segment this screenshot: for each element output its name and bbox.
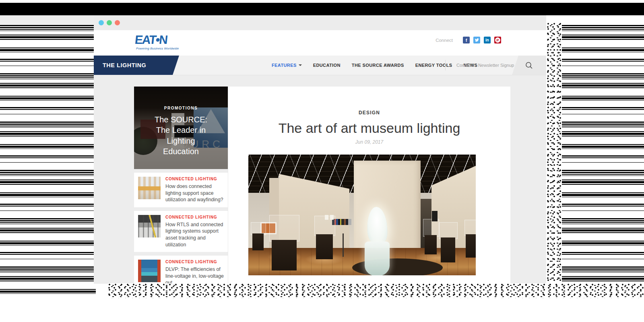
sidebar-article-title: How RTLS and connected lighting systems … <box>165 221 224 248</box>
primary-nav: FEATURES EDUCATION THE SOURCE AWARDS ENE… <box>272 56 477 75</box>
article-hero-image <box>248 155 476 275</box>
window-control-2[interactable] <box>107 20 112 25</box>
glitch-speckles-right <box>547 23 562 298</box>
glitch-top-bar <box>0 3 644 15</box>
sidebar-thumb-warehouse <box>138 215 161 237</box>
secondary-nav: Contact Newsletter Signup <box>456 56 514 75</box>
sidebar-article-card[interactable]: CONNECTED LIGHTING DLVP: The efficiencie… <box>134 256 228 284</box>
sidebar-category: CONNECTED LIGHTING <box>165 260 224 264</box>
gallery-stanchion <box>343 233 344 257</box>
brand-re: re <box>103 81 108 88</box>
chevron-down-icon <box>299 64 302 66</box>
gallery-glass-case <box>464 220 476 236</box>
promo-category: PROMOTIONS <box>134 106 228 110</box>
sidebar-article-title: DLVP: The efficiencies of line-voltage i… <box>165 266 224 284</box>
window-titlebar <box>94 15 546 30</box>
twitter-bird-glyph <box>475 38 479 43</box>
search-button[interactable] <box>512 56 546 75</box>
gallery-glass-case <box>439 222 458 239</box>
glitch-gray-smear <box>0 15 94 25</box>
brand-suffix: SOURCE <box>108 81 134 88</box>
glitch-stripes-left <box>0 25 96 297</box>
eaton-logo-tagline: Powering Business Worldwide <box>136 47 179 50</box>
eaton-logo-wordmark: EAT•N <box>134 34 179 46</box>
sidebar-category: CONNECTED LIGHTING <box>165 177 224 181</box>
promo-title: The SOURCE: The Leader in Lighting Educa… <box>149 114 213 157</box>
nav-item-features[interactable]: FEATURES <box>272 63 302 68</box>
gallery-glass-case <box>423 219 439 237</box>
article-category: DESIGN <box>228 110 510 116</box>
sidebar-category: CONNECTED LIGHTING <box>165 215 224 219</box>
gallery-pedestal <box>466 234 476 258</box>
gallery-wall-label <box>432 211 438 221</box>
article-title: The art of art museum lighting <box>228 120 510 136</box>
window-control-3[interactable] <box>115 20 120 25</box>
browser-window: EAT•N Powering Business Worldwide Connec… <box>94 15 546 284</box>
sidebar-thumb-office <box>138 177 161 199</box>
connect-label: Connect <box>436 38 453 43</box>
glitch-stripes-right <box>562 25 644 297</box>
glass-dress-skirt <box>365 242 390 275</box>
search-icon <box>525 62 533 69</box>
sidebar-thumb-lab <box>138 260 161 282</box>
linkedin-icon[interactable]: in <box>484 37 491 43</box>
article-card: DESIGN The art of art museum lighting Ju… <box>228 87 510 284</box>
gallery-pedestal <box>316 234 333 259</box>
gallery-wall-label <box>330 215 334 220</box>
sidebar-article-card[interactable]: CONNECTED LIGHTING How does connected li… <box>134 173 228 207</box>
nav-item-features-label: FEATURES <box>272 63 297 68</box>
twitter-icon[interactable] <box>473 37 480 43</box>
site-header: EAT•N Powering Business Worldwide Connec… <box>94 30 546 56</box>
social-connect-row: Connect f in P <box>436 37 501 43</box>
nav-item-contact[interactable]: Contact <box>456 63 472 68</box>
linkedin-glyph: in <box>485 38 489 42</box>
article-date: Jun 09, 2017 <box>228 139 510 145</box>
sidebar: SOURC PROMOTIONS The SOURCE: The Leader … <box>134 87 228 284</box>
gallery-pedestal <box>272 240 297 270</box>
gallery-wall-label <box>325 215 328 220</box>
brand-prefix: THE LIGHTING <box>103 62 146 68</box>
facebook-icon[interactable]: f <box>463 37 470 43</box>
pinterest-glyph: P <box>495 37 500 43</box>
nav-item-newsletter-signup[interactable]: Newsletter Signup <box>478 63 514 68</box>
promo-text: PROMOTIONS The SOURCE: The Leader in Lig… <box>134 106 228 157</box>
glitch-speckles-bottom <box>108 283 644 298</box>
site-brand-banner[interactable]: THE LIGHTING reSOURCE <box>94 56 179 75</box>
facebook-glyph: f <box>466 38 467 43</box>
gallery-pedestal <box>425 235 437 254</box>
gallery-pedestal <box>441 237 455 262</box>
nav-item-education[interactable]: EDUCATION <box>313 63 341 68</box>
nav-item-source-awards[interactable]: THE SOURCE AWARDS <box>352 63 404 68</box>
nav-divider <box>445 60 446 70</box>
pinterest-icon[interactable]: P <box>494 37 501 43</box>
nav-item-energy-tools[interactable]: ENERGY TOOLS <box>415 63 452 68</box>
window-control-1[interactable] <box>99 20 104 25</box>
gallery-glass-case <box>269 215 299 242</box>
gallery-pedestal <box>252 233 264 250</box>
sidebar-article-title: How does connected lighting support spac… <box>165 183 224 203</box>
eaton-logo[interactable]: EAT•N Powering Business Worldwide <box>135 34 179 50</box>
main-navbar: THE LIGHTING reSOURCE FEATURES EDUCATION… <box>94 56 546 75</box>
sidebar-article-card[interactable]: CONNECTED LIGHTING How RTLS and connecte… <box>134 211 228 252</box>
promo-card[interactable]: SOURC PROMOTIONS The SOURCE: The Leader … <box>134 87 228 169</box>
